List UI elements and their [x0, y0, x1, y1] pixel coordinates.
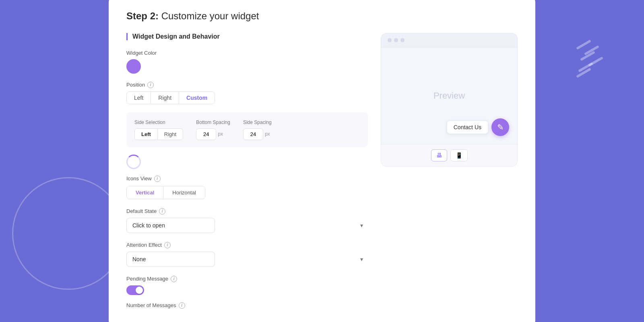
number-of-messages-label: Number of Messages i	[126, 302, 368, 309]
preview-content: Preview Contact Us ✎	[381, 47, 517, 144]
default-state-select[interactable]: Click to open Open Closed	[126, 218, 215, 233]
attention-effect-label: Attention Effect i	[126, 242, 368, 248]
pending-message-label: Pending Message i	[126, 276, 368, 282]
attention-effect-select[interactable]: None Pulse Shake Bounce	[126, 252, 215, 267]
icons-view-label: Icons View i	[126, 175, 368, 182]
position-info-icon[interactable]: i	[147, 82, 154, 88]
side-selection-label: Side Selection	[134, 120, 183, 125]
main-card: Step 2: Customize your widget Widget Des…	[109, 0, 535, 322]
left-panel: Widget Design and Behavior Widget Color …	[126, 33, 368, 312]
icons-view-vertical-btn[interactable]: Vertical	[127, 186, 163, 199]
position-label: Position i	[126, 82, 368, 88]
side-spacing-unit: px	[265, 131, 270, 137]
mobile-view-btn[interactable]: 📱	[450, 149, 468, 161]
side-spacing-input-group: px	[243, 128, 272, 140]
number-of-messages-info-icon[interactable]: i	[179, 302, 185, 309]
position-custom-btn[interactable]: Custom	[179, 92, 215, 104]
titlebar-dot-1	[388, 38, 392, 42]
bottom-spacing-label: Bottom Spacing	[196, 120, 230, 125]
attention-effect-dropdown-wrap: None Pulse Shake Bounce ▾	[126, 252, 368, 267]
side-spacing-col: Side Spacing px	[243, 120, 272, 140]
titlebar-dot-2	[394, 38, 398, 42]
bottom-spacing-col: Bottom Spacing px	[196, 120, 230, 140]
position-right-btn[interactable]: Right	[151, 92, 179, 104]
device-icons-bar: 🖶 📱	[381, 144, 517, 166]
right-panel: Preview Contact Us ✎ 🖶 📱	[381, 33, 518, 312]
icons-view-horizontal-btn[interactable]: Horizontal	[163, 186, 205, 199]
side-selection-inner: Side Selection Left Right Bottom Spacing…	[134, 120, 360, 140]
side-right-btn[interactable]: Right	[157, 129, 183, 140]
default-state-info-icon[interactable]: i	[159, 208, 165, 215]
position-btn-group: Left Right Custom	[126, 91, 215, 104]
icons-view-btn-group: Vertical Horizontal	[126, 186, 205, 199]
widget-color-swatch[interactable]	[126, 59, 141, 74]
position-left-btn[interactable]: Left	[127, 92, 151, 104]
loading-spinner	[126, 155, 141, 169]
attention-effect-dropdown-arrow: ▾	[360, 256, 363, 262]
bottom-spacing-input-group: px	[196, 128, 230, 140]
side-left-btn[interactable]: Left	[135, 129, 157, 140]
bg-circle	[12, 177, 125, 290]
page-title: Step 2: Customize your widget	[126, 10, 518, 22]
loading-spinner-wrap	[126, 155, 368, 171]
contact-button-icon: ✎	[497, 123, 504, 131]
default-state-dropdown-arrow: ▾	[360, 222, 363, 229]
content-row: Widget Design and Behavior Widget Color …	[126, 33, 518, 312]
pending-message-toggle-row	[126, 285, 368, 295]
contact-label[interactable]: Contact Us	[447, 120, 488, 134]
position-row: Left Right Custom	[126, 91, 368, 104]
toggle-thumb	[136, 287, 143, 294]
side-selection-col: Side Selection Left Right	[134, 120, 183, 140]
default-state-label: Default State i	[126, 208, 368, 215]
desktop-icon: 🖶	[436, 152, 442, 159]
bg-dashes	[576, 40, 604, 77]
side-spacing-label: Side Spacing	[243, 120, 272, 125]
icons-view-info-icon[interactable]: i	[154, 175, 161, 182]
pending-message-toggle[interactable]	[126, 285, 144, 295]
pending-message-info-icon[interactable]: i	[171, 276, 177, 282]
contact-button[interactable]: ✎	[491, 118, 509, 136]
section-title: Widget Design and Behavior	[126, 33, 368, 40]
side-spacing-input[interactable]	[243, 128, 263, 140]
contact-widget: Contact Us ✎	[447, 118, 509, 136]
attention-effect-info-icon[interactable]: i	[164, 242, 171, 248]
preview-titlebar	[381, 33, 517, 47]
preview-window: Preview Contact Us ✎ 🖶 📱	[381, 33, 518, 167]
side-selection-box: Side Selection Left Right Bottom Spacing…	[126, 112, 368, 147]
side-btn-group: Left Right	[134, 128, 183, 140]
default-state-dropdown-wrap: Click to open Open Closed ▾	[126, 218, 368, 233]
titlebar-dot-3	[400, 38, 405, 42]
widget-color-label: Widget Color	[126, 50, 368, 56]
bottom-spacing-unit: px	[218, 131, 223, 137]
desktop-view-btn[interactable]: 🖶	[431, 149, 447, 161]
preview-text: Preview	[433, 91, 465, 101]
mobile-icon: 📱	[456, 152, 462, 159]
bottom-spacing-input[interactable]	[196, 128, 216, 140]
